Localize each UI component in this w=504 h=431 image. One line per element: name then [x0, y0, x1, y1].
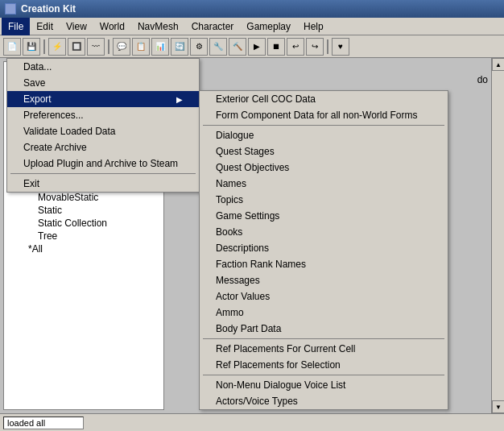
tree-label-tree: Tree — [38, 230, 57, 242]
export-form-component[interactable]: Form Component Data for all non-World Fo… — [200, 107, 448, 123]
export-exterior-cell[interactable]: Exterior Cell COC Data — [200, 91, 448, 107]
toolbar-btn-13[interactable]: ▶ — [248, 38, 266, 56]
menu-character[interactable]: Character — [185, 18, 241, 35]
tree-item-all[interactable]: *All — [4, 242, 163, 255]
toolbar-btn-2[interactable]: 💾 — [23, 38, 40, 56]
scroll-down-btn[interactable]: ▼ — [492, 400, 504, 413]
tree-expand-tree — [27, 232, 38, 241]
file-menu-create-archive-label: Create Archive — [23, 142, 87, 153]
tree-item-tree[interactable]: Tree — [4, 230, 163, 242]
file-menu-preferences[interactable]: Preferences... — [7, 107, 199, 123]
export-body-part[interactable]: Body Part Data — [200, 321, 448, 337]
export-messages[interactable]: Messages — [200, 272, 448, 288]
export-quest-objectives-label: Quest Objectives — [216, 162, 289, 173]
export-dialogue-label: Dialogue — [216, 130, 254, 141]
menu-view[interactable]: View — [60, 18, 93, 35]
menu-edit[interactable]: Edit — [30, 18, 60, 35]
export-ref-selection-label: Ref Placements for Selection — [216, 359, 341, 371]
toolbar-btn-11[interactable]: 🔧 — [209, 38, 227, 56]
file-menu-upload[interactable]: Upload Plugin and Archive to Steam — [7, 155, 199, 172]
scroll-up-btn[interactable]: ▲ — [492, 58, 504, 71]
file-menu-save-label: Save — [23, 77, 45, 89]
export-arrow-icon: ▶ — [176, 95, 183, 104]
file-menu-create-archive[interactable]: Create Archive — [7, 139, 199, 155]
toolbar-btn-5[interactable]: 〰 — [87, 38, 105, 56]
side-scrollbar[interactable]: ▲ ▼ — [491, 58, 504, 413]
export-ref-current[interactable]: Ref Placements For Current Cell — [200, 341, 448, 357]
export-dialogue[interactable]: Dialogue — [200, 127, 448, 143]
export-submenu: Exterior Cell COC Data Form Component Da… — [199, 90, 448, 410]
export-ammo-label: Ammo — [216, 307, 244, 318]
export-names[interactable]: Names — [200, 176, 448, 192]
export-ammo[interactable]: Ammo — [200, 305, 448, 321]
toolbar-btn-3[interactable]: ⚡ — [48, 38, 66, 56]
file-menu-dropdown: Data... Save Export ▶ Exterior Cell COC … — [6, 58, 200, 193]
file-menu-exit[interactable]: Exit — [7, 176, 199, 192]
tree-item-static[interactable]: Static — [4, 204, 163, 217]
export-quest-objectives[interactable]: Quest Objectives — [200, 160, 448, 176]
toolbar-btn-7[interactable]: 📋 — [132, 38, 150, 56]
export-ref-current-label: Ref Placements For Current Cell — [216, 343, 355, 354]
toolbar-btn-15[interactable]: ↩ — [287, 38, 304, 56]
export-topics[interactable]: Topics — [200, 192, 448, 208]
tree-item-static-collection[interactable]: Static Collection — [4, 217, 163, 230]
export-books[interactable]: Books — [200, 224, 448, 240]
export-descriptions[interactable]: Descriptions — [200, 240, 448, 256]
export-faction-rank[interactable]: Faction Rank Names — [200, 256, 448, 272]
menu-help[interactable]: Help — [297, 18, 330, 35]
file-menu-exit-label: Exit — [23, 178, 39, 189]
export-actors-voice[interactable]: Actors/Voice Types — [200, 393, 448, 409]
toolbar-btn-17[interactable]: ♥ — [332, 38, 349, 56]
tree-label-movable-static: MovableStatic — [38, 192, 98, 203]
tree-item-movable-static[interactable]: MovableStatic — [4, 191, 163, 204]
file-menu-export-label: Export — [23, 93, 52, 105]
export-quest-stages-label: Quest Stages — [216, 146, 275, 157]
export-quest-stages[interactable]: Quest Stages — [200, 143, 448, 160]
toolbar-btn-4[interactable]: 🔲 — [68, 38, 85, 56]
export-body-part-label: Body Part Data — [216, 323, 281, 334]
toolbar-sep-1 — [43, 39, 45, 54]
export-sep-2 — [203, 338, 444, 339]
toolbar-btn-12[interactable]: 🔨 — [229, 38, 246, 56]
tree-label-static-collection: Static Collection — [38, 218, 107, 229]
toolbar-btn-14[interactable]: ⏹ — [267, 38, 285, 56]
export-actor-values[interactable]: Actor Values — [200, 288, 448, 305]
export-descriptions-label: Descriptions — [216, 242, 269, 254]
export-game-settings-label: Game Settings — [216, 210, 279, 222]
file-menu-validate[interactable]: Validate Loaded Data — [7, 123, 199, 139]
toolbar-btn-9[interactable]: 🔄 — [171, 38, 188, 56]
file-menu-data[interactable]: Data... — [7, 59, 199, 75]
export-sep-3 — [203, 375, 444, 375]
file-menu-sep — [10, 173, 196, 174]
export-actors-voice-label: Actors/Voice Types — [216, 396, 298, 407]
toolbar-btn-16[interactable]: ↪ — [306, 38, 324, 56]
file-menu-preferences-label: Preferences... — [23, 110, 84, 121]
status-bar: loaded all — [0, 413, 504, 431]
file-menu-validate-label: Validate Loaded Data — [23, 126, 116, 137]
export-game-settings[interactable]: Game Settings — [200, 208, 448, 224]
export-topics-label: Topics — [216, 194, 243, 205]
menu-navmesh[interactable]: NavMesh — [131, 18, 185, 35]
menu-world[interactable]: World — [93, 18, 131, 35]
toolbar-btn-10[interactable]: ⚙ — [190, 38, 208, 56]
export-ref-selection[interactable]: Ref Placements for Selection — [200, 357, 448, 373]
toolbar-btn-8[interactable]: 📊 — [151, 38, 169, 56]
menu-gameplay[interactable]: Gameplay — [240, 18, 297, 35]
toolbar-btn-1[interactable]: 📄 — [3, 38, 21, 56]
status-text: loaded all — [3, 416, 84, 429]
title-bar: Creation Kit — [0, 0, 504, 18]
menu-file[interactable]: File — [2, 18, 30, 35]
file-menu-upload-label: Upload Plugin and Archive to Steam — [23, 158, 178, 169]
app-icon — [5, 3, 16, 15]
toolbar-sep-3 — [327, 39, 328, 54]
toolbar-btn-6[interactable]: 💬 — [113, 38, 130, 56]
export-names-label: Names — [216, 178, 246, 189]
file-menu-export[interactable]: Export ▶ Exterior Cell COC Data Form Com… — [7, 91, 199, 107]
tree-expand-static — [27, 206, 38, 215]
tree-label-all: *All — [28, 243, 43, 255]
tree-expand-all — [17, 245, 28, 254]
tree-expand-movable-static — [27, 193, 38, 202]
file-menu-save[interactable]: Save — [7, 75, 199, 91]
export-books-label: Books — [216, 226, 242, 238]
export-non-menu[interactable]: Non-Menu Dialogue Voice List — [200, 377, 448, 393]
